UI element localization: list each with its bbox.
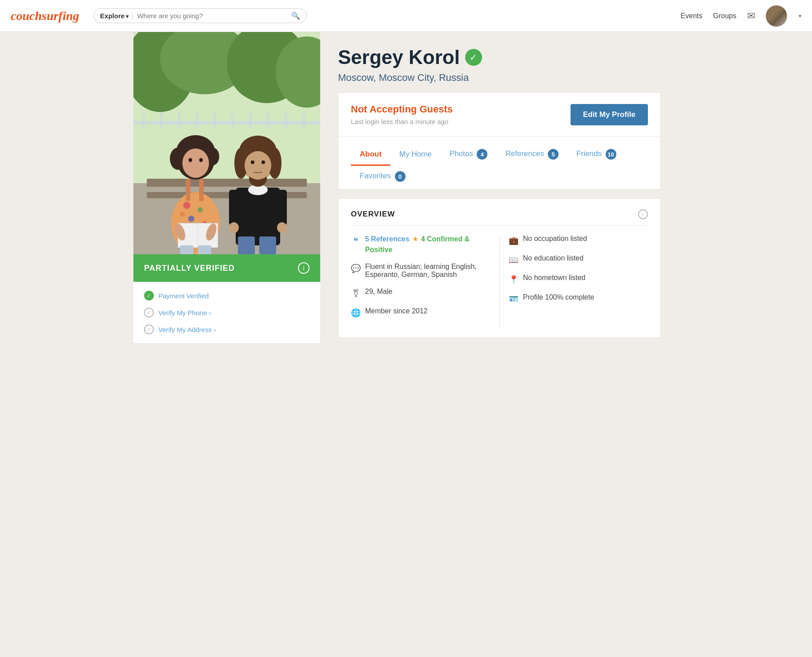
tab-photos[interactable]: Photos 4 (441, 144, 497, 167)
avatar[interactable] (766, 5, 787, 27)
verified-banner-text: PARTIALLY VERIFIED (144, 264, 235, 273)
tab-friends[interactable]: Friends 10 (567, 144, 625, 167)
avatar-dropdown-arrow[interactable]: ▾ (799, 13, 801, 19)
overview-hometown: 📍 No hometown listed (509, 274, 648, 284)
svg-point-57 (229, 222, 239, 233)
svg-point-34 (189, 158, 192, 162)
search-divider (132, 12, 133, 20)
friends-badge: 10 (606, 149, 616, 160)
verify-phone-link[interactable]: Verify My Phone (158, 309, 211, 316)
overview-languages: 💬 Fluent in Russian; learning English, E… (351, 263, 490, 279)
svg-rect-7 (160, 112, 163, 128)
tab-about[interactable]: About (351, 145, 390, 166)
photos-badge: 4 (477, 149, 487, 160)
references-link[interactable]: 5 References (365, 235, 410, 243)
overview-title: OVERVIEW (351, 210, 395, 219)
svg-rect-55 (229, 190, 239, 225)
svg-rect-12 (249, 112, 252, 128)
profile-location: Moscow, Moscow City, Russia (338, 72, 661, 84)
overview-right: 💼 No occupation listed 📖 No education li… (499, 235, 648, 327)
svg-rect-17 (147, 179, 307, 187)
hometown-text: No hometown listed (523, 274, 586, 282)
edit-profile-button[interactable]: Edit My Profile (571, 104, 648, 125)
svg-rect-41 (180, 245, 193, 254)
overview-education: 📖 No education listed (509, 254, 648, 265)
profile-photo-svg (133, 32, 320, 254)
verification-item-payment: ✓ Payment Verified (144, 291, 310, 300)
svg-rect-11 (231, 112, 234, 128)
overview-references: ❝ 5 References ★ 4 Confirmed & Positive (351, 235, 490, 254)
check-icon-address: ✓ (144, 324, 154, 334)
svg-rect-13 (267, 112, 269, 128)
tabs-row: About My Home Photos 4 References 5 Frie… (351, 144, 648, 189)
overview-left: ❝ 5 References ★ 4 Confirmed & Positive … (351, 235, 499, 327)
status-card: Not Accepting Guests Last login less tha… (338, 92, 661, 136)
explore-dropdown[interactable]: Explore (100, 12, 129, 20)
mail-icon[interactable]: ✉ (747, 10, 755, 22)
svg-rect-9 (196, 112, 198, 128)
events-link[interactable]: Events (681, 12, 703, 20)
svg-rect-25 (186, 179, 190, 201)
overview-member-since: 🌐 Member since 2012 (351, 307, 490, 318)
svg-point-21 (197, 207, 203, 212)
sidebar: PARTIALLY VERIFIED i ✓ Payment Verified … (133, 32, 320, 352)
verified-banner: PARTIALLY VERIFIED i (133, 254, 320, 282)
profile-complete-text: Profile 100% complete (523, 293, 594, 301)
education-text: No education listed (523, 254, 583, 262)
languages-text: Fluent in Russian; learning English, Esp… (365, 263, 490, 279)
tab-references[interactable]: References 5 (496, 144, 567, 167)
verification-list: ✓ Payment Verified ✓ Verify My Phone ✓ V… (133, 282, 320, 343)
main-content: PARTIALLY VERIFIED i ✓ Payment Verified … (133, 32, 679, 352)
verification-item-phone: ✓ Verify My Phone (144, 308, 310, 317)
status-left: Not Accepting Guests Last login less tha… (351, 104, 453, 125)
svg-rect-54 (259, 236, 276, 254)
avatar-image (766, 5, 787, 27)
logo[interactable]: couchsurfing (11, 9, 79, 23)
confirmed-positive-text: 4 Confirmed & (421, 235, 470, 243)
header-nav: Events Groups ✉ ▾ (681, 5, 801, 27)
star-icon: ★ (412, 235, 418, 243)
overview-info-icon[interactable]: i (638, 209, 648, 219)
svg-point-58 (277, 222, 287, 233)
svg-point-51 (251, 160, 254, 164)
svg-rect-26 (199, 179, 204, 201)
svg-point-35 (199, 158, 203, 162)
profile-photo (133, 32, 320, 254)
profile-content: Sergey Korol ✓ Moscow, Moscow City, Russ… (320, 32, 679, 352)
check-icon-payment: ✓ (144, 291, 154, 300)
svg-point-50 (245, 151, 271, 180)
location-icon: 📍 (509, 275, 519, 284)
payment-verified-link[interactable]: Payment Verified (158, 292, 209, 300)
tabs-card: About My Home Photos 4 References 5 Frie… (338, 136, 661, 189)
svg-point-52 (261, 160, 265, 164)
last-login-text: Last login less than a minute ago (351, 118, 453, 125)
overview-profile-complete: 🪪 Profile 100% complete (509, 293, 648, 304)
svg-rect-42 (198, 245, 211, 254)
svg-rect-53 (238, 236, 255, 254)
profile-name-row: Sergey Korol ✓ (338, 46, 661, 68)
profile-verified-badge: ✓ (465, 49, 482, 66)
svg-rect-10 (213, 112, 216, 128)
svg-point-33 (182, 148, 209, 178)
positive-text: Positive (365, 246, 392, 254)
verify-address-link[interactable]: Verify My Address (158, 326, 216, 333)
check-icon-phone: ✓ (144, 308, 154, 317)
search-input[interactable] (137, 12, 291, 20)
speech-icon: 💬 (351, 264, 361, 273)
search-button[interactable]: 🔍 (291, 12, 300, 20)
overview-occupation: 💼 No occupation listed (509, 235, 648, 245)
education-icon: 📖 (509, 255, 519, 265)
overview-age-gender: ⚧ 29, Male (351, 288, 490, 298)
groups-link[interactable]: Groups (713, 12, 736, 20)
not-accepting-status: Not Accepting Guests (351, 104, 453, 115)
header: couchsurfing Explore 🔍 Events Groups ✉ ▾ (0, 0, 812, 32)
verified-info-icon[interactable]: i (298, 262, 310, 274)
references-badge: 5 (548, 149, 559, 160)
tab-my-home[interactable]: My Home (390, 145, 441, 166)
overview-grid: ❝ 5 References ★ 4 Confirmed & Positive … (351, 235, 648, 327)
overview-card: OVERVIEW i ❝ 5 References ★ 4 Confirmed … (338, 198, 661, 338)
member-since-text: Member since 2012 (365, 307, 428, 315)
verification-item-address: ✓ Verify My Address (144, 324, 310, 334)
tab-favorites[interactable]: Favorites 0 (351, 167, 414, 189)
profile-name: Sergey Korol (338, 46, 460, 68)
